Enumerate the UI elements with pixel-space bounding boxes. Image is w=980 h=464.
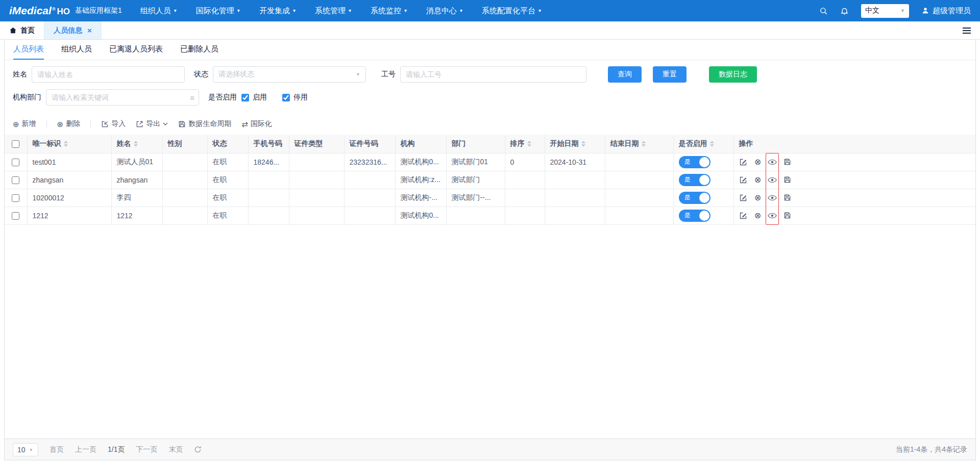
edit-icon[interactable] xyxy=(738,210,748,221)
column-header[interactable]: 证件号码 xyxy=(344,135,395,153)
next-page-button[interactable]: 下一页 xyxy=(136,445,157,454)
select-all-checkbox[interactable] xyxy=(12,140,19,148)
column-header[interactable]: 机构 xyxy=(395,135,446,153)
view-icon[interactable] xyxy=(767,192,777,203)
row-checkbox[interactable] xyxy=(12,176,19,184)
menu-item[interactable]: 国际化管理 ▾ xyxy=(196,6,240,16)
menu-item[interactable]: 开发集成 ▾ xyxy=(259,6,296,16)
column-header[interactable]: 排序 xyxy=(505,135,545,153)
log-icon[interactable] xyxy=(782,210,792,221)
column-header[interactable]: 状态 xyxy=(207,135,248,153)
view-icon[interactable] xyxy=(767,174,777,186)
enabled-toggle-label: 是 xyxy=(684,211,691,220)
row-checkbox[interactable] xyxy=(12,212,19,220)
column-header[interactable]: 开始日期 xyxy=(545,135,605,153)
enabled-toggle[interactable]: 是 xyxy=(679,156,710,168)
log-icon[interactable] xyxy=(782,174,792,186)
cell-sort xyxy=(505,171,545,189)
job-number-input[interactable] xyxy=(400,66,586,83)
close-icon[interactable]: × xyxy=(87,27,92,34)
notification-bell-icon[interactable] xyxy=(840,7,849,15)
delete-button[interactable]: ⊗ 删除 xyxy=(57,119,81,128)
enabled-on-checkbox-input[interactable] xyxy=(241,94,249,101)
edit-icon[interactable] xyxy=(738,192,748,203)
view-icon[interactable] xyxy=(767,210,777,221)
row-checkbox[interactable] xyxy=(12,159,19,166)
reset-button[interactable]: 重置 xyxy=(653,66,687,83)
sort-icon[interactable] xyxy=(527,141,531,147)
sort-icon[interactable] xyxy=(710,141,714,147)
language-select[interactable]: 中文 ▼ xyxy=(861,4,909,18)
edit-icon[interactable] xyxy=(738,157,748,168)
row-checkbox[interactable] xyxy=(12,194,19,202)
search-icon[interactable] xyxy=(819,7,828,15)
subtab[interactable]: 人员列表 xyxy=(13,40,44,60)
enabled-on-checkbox[interactable]: 启用 xyxy=(241,93,267,102)
data-log-button[interactable]: 数据日志 xyxy=(709,66,757,83)
column-header[interactable]: 结束日期 xyxy=(605,135,673,153)
sort-icon[interactable] xyxy=(581,141,585,147)
chevron-down-icon: ▾ xyxy=(538,8,541,13)
chevron-down-icon: ▾ xyxy=(237,8,240,13)
enabled-off-checkbox[interactable]: 停用 xyxy=(282,93,308,102)
subtab[interactable]: 已删除人员 xyxy=(180,40,218,60)
subtab[interactable]: 组织人员 xyxy=(61,40,92,60)
org-dept-input[interactable] xyxy=(46,89,199,106)
tab-person-info[interactable]: 人员信息 × xyxy=(44,21,102,39)
menu-item[interactable]: 系统监控 ▾ xyxy=(371,6,407,16)
menu-item[interactable]: 组织人员 ▾ xyxy=(140,6,177,16)
menu-item[interactable]: 系统管理 ▾ xyxy=(315,6,351,16)
import-button[interactable]: 导入 xyxy=(101,119,126,128)
log-icon[interactable] xyxy=(782,157,792,168)
enabled-toggle[interactable]: 是 xyxy=(679,192,710,204)
name-input[interactable] xyxy=(32,66,185,83)
menu-item-label: 组织人员 xyxy=(140,6,171,16)
enabled-off-checkbox-input[interactable] xyxy=(282,94,290,101)
last-page-button[interactable]: 末页 xyxy=(168,445,183,454)
sort-icon[interactable] xyxy=(642,141,646,147)
column-header[interactable]: 部门 xyxy=(446,135,505,153)
list-icon[interactable]: ≡ xyxy=(190,94,194,101)
swap-arrows-icon: ⇄ xyxy=(241,120,248,128)
view-icon[interactable] xyxy=(767,157,777,168)
add-button[interactable]: ⊕ 新增 xyxy=(13,119,36,128)
user-menu[interactable]: 超级管理员 xyxy=(921,6,971,16)
column-header[interactable]: 是否启用 xyxy=(673,135,733,153)
cell-gender xyxy=(162,153,207,171)
data-lifecycle-button[interactable]: 数据生命周期 xyxy=(178,119,231,128)
subtab[interactable]: 已离退人员列表 xyxy=(109,40,163,60)
log-icon[interactable] xyxy=(782,192,792,203)
sort-icon[interactable] xyxy=(134,141,138,147)
delete-icon[interactable]: ⊗ xyxy=(752,192,763,203)
column-header[interactable]: 操作 xyxy=(733,135,975,153)
registered-mark: ® xyxy=(52,7,56,12)
menu-item[interactable]: 消息中心 ▾ xyxy=(426,6,462,16)
first-page-button[interactable]: 首页 xyxy=(50,445,64,454)
column-header[interactable]: 姓名 xyxy=(111,135,162,153)
menu-item[interactable]: 系统配置化平台 ▾ xyxy=(482,6,541,16)
delete-icon[interactable]: ⊗ xyxy=(752,174,763,186)
column-header[interactable]: 唯一标识 xyxy=(27,135,111,153)
status-select[interactable]: 请选择状态 ▼ xyxy=(213,66,366,83)
cell-id-type xyxy=(289,189,344,207)
column-header-label: 开始日期 xyxy=(550,139,579,147)
cell-dept: 测试部门--... xyxy=(446,189,505,207)
column-header[interactable]: 性别 xyxy=(162,135,207,153)
prev-page-button[interactable]: 上一页 xyxy=(75,445,96,454)
sort-icon[interactable] xyxy=(64,141,68,147)
refresh-icon[interactable] xyxy=(194,446,202,453)
delete-icon[interactable]: ⊗ xyxy=(752,210,763,221)
enabled-toggle[interactable]: 是 xyxy=(679,174,710,186)
column-header[interactable]: 证件类型 xyxy=(289,135,344,153)
enabled-toggle[interactable]: 是 xyxy=(679,210,710,222)
tab-list-menu-icon[interactable] xyxy=(953,21,980,39)
edit-icon[interactable] xyxy=(738,174,748,186)
tab-home[interactable]: 首页 xyxy=(0,21,44,39)
column-header[interactable]: 手机号码 xyxy=(248,135,289,153)
i18n-button[interactable]: ⇄ 国际化 xyxy=(241,119,272,128)
export-button[interactable]: 导出 xyxy=(136,119,168,128)
page-size-select[interactable]: 10 ▾ xyxy=(13,443,38,456)
delete-icon[interactable]: ⊗ xyxy=(752,157,763,168)
query-button[interactable]: 查询 xyxy=(608,66,642,83)
cell-org: 测试机构:z... xyxy=(395,171,446,189)
